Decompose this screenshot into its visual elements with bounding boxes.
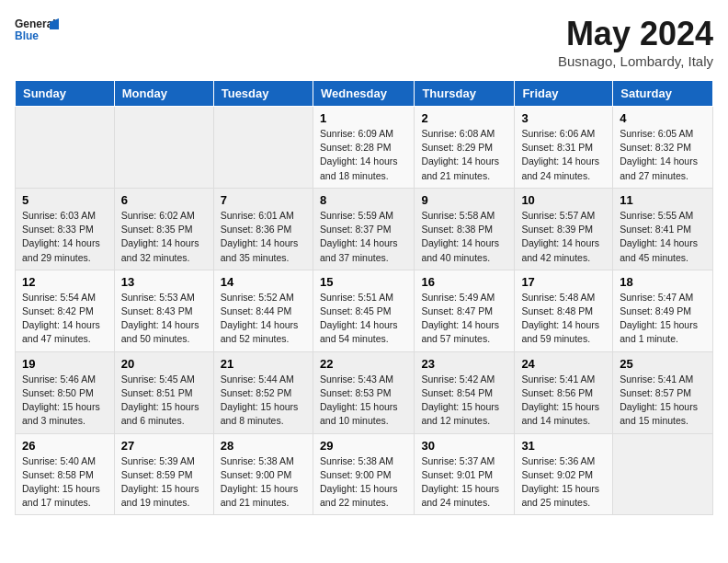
day-info: Sunrise: 5:40 AMSunset: 8:58 PMDaylight:… (22, 454, 108, 511)
day-info: Sunrise: 5:38 AMSunset: 9:00 PMDaylight:… (221, 454, 306, 511)
day-number: 28 (221, 439, 306, 453)
svg-text:Blue: Blue (15, 29, 39, 42)
calendar-cell: 11Sunrise: 5:55 AMSunset: 8:41 PMDayligh… (613, 188, 713, 270)
day-number: 10 (521, 193, 606, 207)
day-number: 12 (22, 275, 108, 289)
day-number: 13 (121, 275, 207, 289)
month-title: May 2024 (558, 15, 713, 53)
day-info: Sunrise: 5:39 AMSunset: 8:59 PMDaylight:… (121, 454, 207, 511)
day-info: Sunrise: 6:03 AMSunset: 8:33 PMDaylight:… (22, 209, 108, 265)
day-number: 2 (421, 111, 507, 125)
day-info: Sunrise: 6:02 AMSunset: 8:35 PMDaylight:… (121, 209, 207, 265)
calendar-cell: 27Sunrise: 5:39 AMSunset: 8:59 PMDayligh… (114, 433, 213, 515)
calendar-cell: 26Sunrise: 5:40 AMSunset: 8:58 PMDayligh… (16, 433, 115, 515)
day-info: Sunrise: 5:46 AMSunset: 8:50 PMDaylight:… (22, 373, 108, 429)
day-info: Sunrise: 6:05 AMSunset: 8:32 PMDaylight:… (620, 127, 706, 183)
calendar-cell: 30Sunrise: 5:37 AMSunset: 9:01 PMDayligh… (415, 433, 515, 515)
svg-text:General: General (15, 17, 56, 30)
day-number: 29 (320, 439, 407, 453)
day-number: 17 (521, 275, 606, 289)
calendar-cell: 19Sunrise: 5:46 AMSunset: 8:50 PMDayligh… (16, 351, 115, 433)
calendar-cell: 12Sunrise: 5:54 AMSunset: 8:42 PMDayligh… (16, 270, 115, 351)
weekday-header-sunday: Sunday (16, 81, 115, 107)
day-info: Sunrise: 5:45 AMSunset: 8:51 PMDaylight:… (121, 373, 207, 429)
day-info: Sunrise: 5:55 AMSunset: 8:41 PMDaylight:… (620, 209, 706, 265)
day-info: Sunrise: 5:59 AMSunset: 8:37 PMDaylight:… (320, 209, 407, 265)
calendar-cell: 4Sunrise: 6:05 AMSunset: 8:32 PMDaylight… (613, 107, 713, 189)
calendar-cell (16, 107, 115, 189)
calendar-cell: 18Sunrise: 5:47 AMSunset: 8:49 PMDayligh… (613, 270, 713, 351)
day-number: 8 (320, 193, 407, 207)
calendar-cell (613, 433, 713, 515)
calendar-cell: 29Sunrise: 5:38 AMSunset: 9:00 PMDayligh… (313, 433, 414, 515)
weekday-header-friday: Friday (515, 81, 613, 107)
calendar-cell: 14Sunrise: 5:52 AMSunset: 8:44 PMDayligh… (213, 270, 313, 351)
calendar-cell: 8Sunrise: 5:59 AMSunset: 8:37 PMDaylight… (313, 188, 414, 270)
day-info: Sunrise: 5:48 AMSunset: 8:48 PMDaylight:… (521, 291, 606, 347)
calendar-cell: 20Sunrise: 5:45 AMSunset: 8:51 PMDayligh… (114, 351, 213, 433)
calendar-cell: 24Sunrise: 5:41 AMSunset: 8:56 PMDayligh… (515, 351, 613, 433)
day-info: Sunrise: 5:38 AMSunset: 9:00 PMDaylight:… (320, 454, 407, 511)
day-number: 1 (320, 111, 407, 125)
day-number: 30 (421, 439, 507, 453)
day-number: 26 (22, 439, 108, 453)
day-number: 25 (620, 357, 706, 371)
day-info: Sunrise: 6:09 AMSunset: 8:28 PMDaylight:… (320, 127, 407, 183)
calendar-cell: 31Sunrise: 5:36 AMSunset: 9:02 PMDayligh… (515, 433, 613, 515)
day-info: Sunrise: 5:37 AMSunset: 9:01 PMDaylight:… (421, 454, 507, 511)
page-header: General Blue May 2024 Busnago, Lombardy,… (15, 15, 713, 69)
calendar-cell: 22Sunrise: 5:43 AMSunset: 8:53 PMDayligh… (313, 351, 414, 433)
calendar-cell: 1Sunrise: 6:09 AMSunset: 8:28 PMDaylight… (313, 107, 414, 189)
calendar-week-row: 26Sunrise: 5:40 AMSunset: 8:58 PMDayligh… (16, 433, 713, 515)
day-info: Sunrise: 5:47 AMSunset: 8:49 PMDaylight:… (620, 291, 706, 347)
day-number: 23 (421, 357, 507, 371)
day-number: 31 (521, 439, 606, 453)
weekday-header-wednesday: Wednesday (313, 81, 414, 107)
calendar-cell: 16Sunrise: 5:49 AMSunset: 8:47 PMDayligh… (415, 270, 515, 351)
day-number: 3 (521, 111, 606, 125)
day-number: 16 (421, 275, 507, 289)
day-number: 7 (221, 193, 306, 207)
calendar-table: SundayMondayTuesdayWednesdayThursdayFrid… (15, 80, 713, 515)
calendar-cell: 13Sunrise: 5:53 AMSunset: 8:43 PMDayligh… (114, 270, 213, 351)
calendar-cell: 25Sunrise: 5:41 AMSunset: 8:57 PMDayligh… (613, 351, 713, 433)
day-info: Sunrise: 5:41 AMSunset: 8:56 PMDaylight:… (521, 373, 606, 429)
day-number: 21 (221, 357, 306, 371)
day-number: 6 (121, 193, 207, 207)
day-info: Sunrise: 6:06 AMSunset: 8:31 PMDaylight:… (521, 127, 606, 183)
day-info: Sunrise: 5:42 AMSunset: 8:54 PMDaylight:… (421, 373, 507, 429)
calendar-cell: 6Sunrise: 6:02 AMSunset: 8:35 PMDaylight… (114, 188, 213, 270)
day-info: Sunrise: 5:49 AMSunset: 8:47 PMDaylight:… (421, 291, 507, 347)
day-info: Sunrise: 5:41 AMSunset: 8:57 PMDaylight:… (620, 373, 706, 429)
day-number: 5 (22, 193, 108, 207)
day-info: Sunrise: 5:44 AMSunset: 8:52 PMDaylight:… (221, 373, 306, 429)
calendar-cell: 2Sunrise: 6:08 AMSunset: 8:29 PMDaylight… (415, 107, 515, 189)
day-number: 18 (620, 275, 706, 289)
day-number: 15 (320, 275, 407, 289)
day-number: 20 (121, 357, 207, 371)
weekday-header-monday: Monday (114, 81, 213, 107)
weekday-header-tuesday: Tuesday (213, 81, 313, 107)
location: Busnago, Lombardy, Italy (558, 53, 713, 69)
calendar-cell: 17Sunrise: 5:48 AMSunset: 8:48 PMDayligh… (515, 270, 613, 351)
title-block: May 2024 Busnago, Lombardy, Italy (558, 15, 713, 69)
day-number: 19 (22, 357, 108, 371)
calendar-cell: 10Sunrise: 5:57 AMSunset: 8:39 PMDayligh… (515, 188, 613, 270)
day-info: Sunrise: 5:54 AMSunset: 8:42 PMDaylight:… (22, 291, 108, 347)
day-number: 27 (121, 439, 207, 453)
calendar-week-row: 1Sunrise: 6:09 AMSunset: 8:28 PMDaylight… (16, 107, 713, 189)
day-info: Sunrise: 5:36 AMSunset: 9:02 PMDaylight:… (521, 454, 606, 511)
day-info: Sunrise: 5:43 AMSunset: 8:53 PMDaylight:… (320, 373, 407, 429)
calendar-cell (213, 107, 313, 189)
calendar-cell: 5Sunrise: 6:03 AMSunset: 8:33 PMDaylight… (16, 188, 115, 270)
day-info: Sunrise: 6:08 AMSunset: 8:29 PMDaylight:… (421, 127, 507, 183)
day-info: Sunrise: 5:57 AMSunset: 8:39 PMDaylight:… (521, 209, 606, 265)
day-number: 14 (221, 275, 306, 289)
calendar-week-row: 5Sunrise: 6:03 AMSunset: 8:33 PMDaylight… (16, 188, 713, 270)
day-info: Sunrise: 5:52 AMSunset: 8:44 PMDaylight:… (221, 291, 306, 347)
day-number: 9 (421, 193, 507, 207)
calendar-cell: 7Sunrise: 6:01 AMSunset: 8:36 PMDaylight… (213, 188, 313, 270)
calendar-cell: 23Sunrise: 5:42 AMSunset: 8:54 PMDayligh… (415, 351, 515, 433)
day-info: Sunrise: 5:51 AMSunset: 8:45 PMDaylight:… (320, 291, 407, 347)
calendar-cell: 21Sunrise: 5:44 AMSunset: 8:52 PMDayligh… (213, 351, 313, 433)
